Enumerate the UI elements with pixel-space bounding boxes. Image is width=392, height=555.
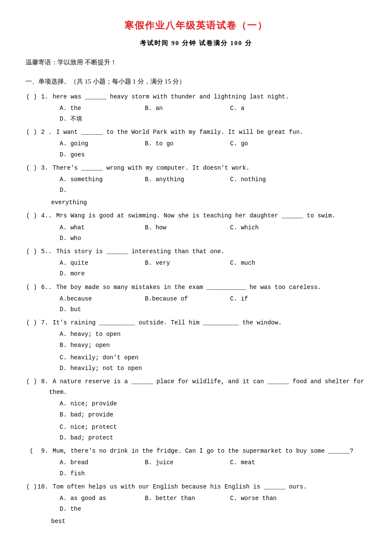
q8-optC: C. nice; protect — [51, 422, 213, 433]
q10-text: Tom often helps us with our English beca… — [49, 482, 366, 492]
q9-bracket: ( — [26, 446, 37, 457]
question-3: ( ) 3. There's ______ wrong with my comp… — [26, 163, 366, 208]
q3-optD: D. — [51, 185, 132, 196]
q3-text: There's ______ wrong with my computer. I… — [49, 163, 366, 173]
q5-optB: B. very — [136, 258, 217, 269]
q9-text: Mum, there's no drink in the fridge. Can… — [49, 446, 366, 457]
q7-optB: B. heavy; open — [51, 340, 213, 351]
q10-optB: B. better than — [136, 493, 217, 504]
q8-bracket: ( ) — [26, 376, 37, 387]
q1-number: 1. — [37, 92, 48, 102]
q4-bracket: ( ) — [26, 211, 37, 221]
q9-number: 9. — [37, 446, 48, 457]
subtitle: 考试时间 90 分钟 试卷满分 100 分 — [26, 38, 366, 49]
q5-optC: C. much — [222, 258, 303, 269]
q4-optC: C. which — [222, 223, 303, 233]
q9-optB: B. juice — [136, 457, 217, 468]
q1-bracket: ( ) — [26, 92, 37, 102]
q4-text: Mrs Wang is good at swimming. Now she is… — [53, 211, 366, 221]
q1-optD: D. 不填 — [51, 114, 132, 124]
q4-number: 4.. — [37, 211, 52, 221]
q5-bracket: ( ) — [26, 246, 37, 257]
question-2: ( ) 2 . I want ______ to the World Park … — [26, 127, 366, 160]
q6-optB: B.because of — [136, 294, 217, 304]
motto: 温馨寄语：学以致用 不断提升！ — [26, 57, 366, 68]
q7-text: It's raining __________ outside. Tell hi… — [49, 318, 366, 328]
q7-number: 7. — [37, 318, 48, 328]
q7-optC: C. heavily; don't open — [51, 353, 213, 363]
q10-number: 10. — [37, 482, 48, 492]
question-6: ( ) 6.. The boy made so many mistakes in… — [26, 282, 366, 315]
question-8: ( ) 8. A nature reserve is a ______ plac… — [26, 376, 366, 443]
q3-optB: B. anything — [136, 174, 217, 185]
q2-optC: C. go — [222, 139, 303, 149]
q5-optD: D. more — [51, 269, 132, 279]
q10-optA: A. as good as — [51, 493, 132, 504]
q4-optA: A. what — [51, 223, 132, 233]
q7-bracket: ( ) — [26, 318, 37, 328]
q2-bracket: ( ) — [26, 127, 37, 138]
q3-optA: A. something — [51, 174, 132, 185]
page-title: 寒假作业八年级英语试卷（一） — [26, 17, 366, 34]
section1-title: 一、单项选择。（共 15 小题；每小题 1 分，满分 15 分） — [26, 76, 366, 87]
q6-optD: D. but — [51, 304, 132, 315]
q3-bracket: ( ) — [26, 163, 37, 173]
q2-optD: D. goes — [51, 150, 132, 160]
q1-optB: B. an — [136, 103, 217, 114]
question-4: ( ) 4.. Mrs Wang is good at swimming. No… — [26, 211, 366, 244]
question-9: ( 9. Mum, there's no drink in the fridge… — [26, 446, 366, 479]
q6-bracket: ( ) — [26, 282, 37, 293]
q10-optC: C. worse than — [222, 493, 303, 504]
question-5: ( ) 5.. This story is ______ interesting… — [26, 246, 366, 280]
q8-text: A nature reserve is a ______ place for w… — [49, 376, 366, 398]
q1-text: here was ______ heavy storm with thunder… — [49, 92, 366, 102]
q9-optD: D. fish — [51, 468, 132, 479]
q6-number: 6.. — [37, 282, 52, 293]
q6-optA: A.because — [51, 294, 132, 304]
q4-optD: D. who — [51, 233, 132, 244]
q2-number: 2 . — [37, 127, 52, 138]
q3-extra: everything — [51, 197, 366, 208]
question-7: ( ) 7. It's raining __________ outside. … — [26, 318, 366, 374]
q4-optB: B. how — [136, 223, 217, 233]
q8-optA: A. nice; provide — [51, 399, 213, 409]
q3-optC: C. nothing — [222, 174, 303, 185]
q10-optD: D. the — [51, 504, 132, 515]
q9-optA: A. bread — [51, 457, 132, 468]
question-10: ( ) 10. Tom often helps us with our Engl… — [26, 482, 366, 527]
q2-text: I want ______ to the World Park with my … — [53, 127, 366, 138]
q2-optB: B. to go — [136, 139, 217, 149]
q9-optC: C. meat — [222, 457, 303, 468]
q5-text: This story is ______ interesting than th… — [53, 246, 366, 257]
q7-optA: A. heavy; to open — [51, 329, 213, 340]
q3-number: 3. — [37, 163, 48, 173]
q8-optD: D. bad; protect — [51, 433, 213, 443]
q5-optA: A. quite — [51, 258, 132, 269]
q8-number: 8. — [37, 376, 48, 387]
q2-optA: A. going — [51, 139, 132, 149]
q8-optB: B. bad; provide — [51, 410, 213, 420]
q5-number: 5.. — [37, 246, 52, 257]
q10-extra: best — [51, 516, 366, 527]
q10-bracket: ( ) — [26, 482, 37, 492]
q7-optD: D. heavily; not to open — [51, 363, 213, 374]
q1-optC: C. a — [222, 103, 303, 114]
q1-optA: A. the — [51, 103, 132, 114]
q6-text: The boy made so many mistakes in the exa… — [53, 282, 366, 293]
q6-optC: C. if — [222, 294, 303, 304]
question-1: ( ) 1. here was ______ heavy storm with … — [26, 92, 366, 125]
